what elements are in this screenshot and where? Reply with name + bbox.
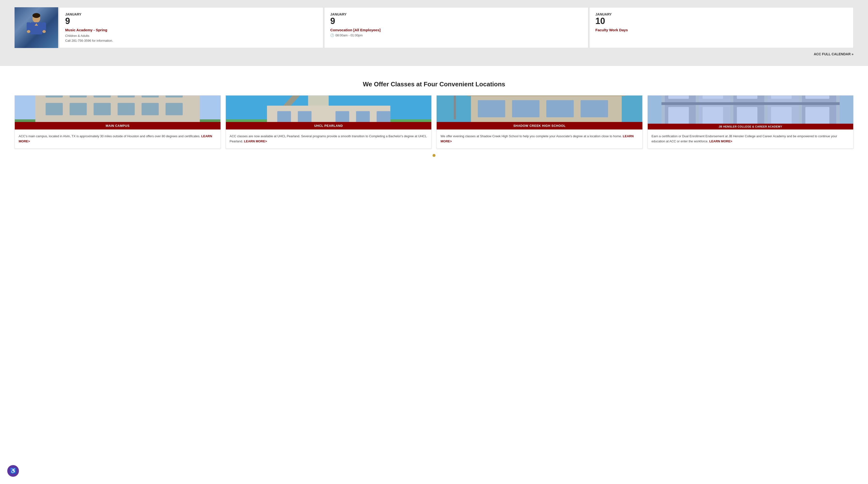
event-1-subtitle2: Call 281-756-3596 for information. [65, 38, 317, 43]
main-campus-body: ACC's main campus, located in Alvin, TX … [15, 130, 220, 148]
locations-section: We Offer Classes at Four Convenient Loca… [0, 66, 868, 170]
uhcl-banner: UHCL PEARLAND [226, 122, 432, 130]
event-1-day: 9 [65, 17, 317, 25]
calendar-link-row: ACC FULL CALENDAR » [14, 52, 854, 56]
jb-hensler-banner: JB HENSLER COLLEGE & CAREER ACADEMY [648, 124, 854, 130]
svg-rect-21 [142, 103, 159, 115]
svg-rect-40 [454, 95, 456, 119]
svg-rect-19 [94, 103, 111, 115]
event-3-day: 10 [595, 17, 847, 25]
svg-rect-22 [165, 103, 183, 115]
svg-rect-45 [478, 100, 505, 117]
calendar-link[interactable]: ACC FULL CALENDAR » [814, 52, 854, 56]
svg-rect-17 [45, 103, 63, 115]
svg-rect-11 [45, 95, 63, 97]
event-2-title[interactable]: Convocation [All Employees] [330, 28, 582, 32]
location-card-uhcl[interactable]: UHCL PEARLAND ACC classes are now availa… [226, 95, 432, 149]
svg-point-6 [27, 30, 30, 33]
uhcl-learn-more[interactable]: LEARN MORE> [244, 139, 267, 143]
svg-rect-62 [771, 95, 792, 99]
location-card-shadow-creek[interactable]: SHADOW CREEK HIGH SCHOOL We offer evenin… [436, 95, 643, 149]
event-2-time: 08:00am - 01:00pm [330, 33, 582, 37]
event-3-title[interactable]: Faculty Work Days [595, 28, 847, 32]
svg-rect-13 [94, 95, 111, 97]
svg-rect-15 [142, 95, 159, 97]
locations-title: We Offer Classes at Four Convenient Loca… [14, 81, 854, 88]
event-2-day: 9 [330, 17, 582, 25]
shadow-creek-banner: SHADOW CREEK HIGH SCHOOL [437, 122, 642, 130]
clock-icon [330, 33, 334, 37]
carousel-dots [14, 153, 854, 158]
svg-rect-57 [661, 102, 839, 105]
event-card-2: JANUARY 9 Convocation [All Employees] 08… [324, 7, 588, 48]
location-image-main-campus: ALVIN COMMUNITY COLLEGE MAIN CAMPUS [15, 95, 220, 130]
event-3-month: JANUARY [595, 12, 847, 16]
svg-rect-18 [69, 103, 87, 115]
location-image-shadow-creek: SHADOW CREEK HIGH SCHOOL [437, 95, 642, 130]
svg-rect-47 [547, 100, 574, 117]
svg-rect-67 [771, 107, 792, 124]
svg-rect-12 [69, 95, 87, 97]
svg-rect-65 [703, 107, 723, 124]
svg-rect-48 [581, 100, 608, 117]
event-1-month: JANUARY [65, 12, 317, 16]
svg-rect-46 [512, 100, 539, 117]
svg-rect-16 [165, 95, 183, 97]
main-campus-banner: MAIN CAMPUS [15, 122, 220, 130]
event-2-month: JANUARY [330, 12, 582, 16]
location-image-jb-hensler: JB HENSLER COLLEGE & CAREER ACADEMY [648, 95, 854, 130]
main-campus-desc: ACC's main campus, located in Alvin, TX … [19, 134, 217, 144]
svg-rect-44 [467, 95, 625, 96]
event-1-title[interactable]: Music Academy - Spring [65, 28, 317, 32]
event-1-subtitle1: Children & Adults [65, 33, 317, 38]
svg-rect-60 [703, 95, 723, 99]
jb-hensler-learn-more[interactable]: LEARN MORE> [709, 139, 732, 143]
event-card-3: JANUARY 10 Faculty Work Days [589, 7, 854, 48]
jb-hensler-desc: Earn a certification or Dual Enrollment … [652, 134, 849, 144]
svg-rect-4 [27, 22, 31, 31]
event-card-1: JANUARY 9 Music Academy - Spring Childre… [59, 7, 323, 48]
carousel-dot-1[interactable] [433, 154, 435, 157]
uhcl-desc: ACC classes are now available at UHCL Pe… [230, 134, 428, 144]
student-photo-illustration [26, 13, 47, 42]
shadow-creek-desc: We offer evening classes at Shadow Creek… [440, 134, 639, 144]
svg-rect-20 [118, 103, 135, 115]
events-photo [14, 7, 58, 48]
location-card-jb-hensler[interactable]: JB HENSLER COLLEGE & CAREER ACADEMY Earn… [648, 95, 854, 149]
event-2-time-text: 08:00am - 01:00pm [335, 33, 363, 37]
svg-point-7 [42, 30, 46, 33]
svg-rect-66 [737, 107, 757, 124]
location-image-uhcl: UHCL PEARLAND [226, 95, 432, 130]
location-card-main-campus[interactable]: ALVIN COMMUNITY COLLEGE MAIN CAMPUS ACC'… [14, 95, 221, 149]
uhcl-body: ACC classes are now available at UHCL Pe… [226, 130, 432, 148]
svg-point-1 [32, 13, 40, 18]
svg-rect-64 [668, 107, 689, 124]
svg-rect-5 [42, 22, 46, 31]
svg-rect-68 [805, 107, 829, 124]
svg-rect-61 [737, 95, 757, 99]
locations-grid: ALVIN COMMUNITY COLLEGE MAIN CAMPUS ACC'… [14, 95, 854, 149]
jb-hensler-body: Earn a certification or Dual Enrollment … [648, 130, 854, 148]
svg-rect-14 [118, 95, 135, 97]
svg-rect-59 [668, 95, 689, 99]
svg-rect-63 [805, 95, 829, 99]
shadow-creek-body: We offer evening classes at Shadow Creek… [437, 130, 642, 148]
events-section: JANUARY 9 Music Academy - Spring Childre… [0, 0, 868, 66]
